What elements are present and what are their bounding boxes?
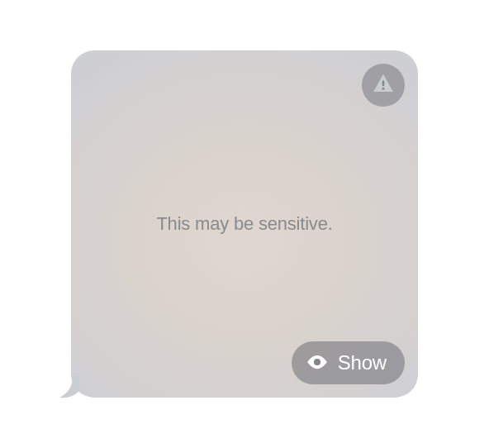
warning-icon: [371, 71, 396, 99]
sensitive-content-label: This may be sensitive.: [156, 213, 332, 235]
sensitive-content-bubble: This may be sensitive. Show: [71, 50, 418, 398]
svg-rect-0: [382, 80, 385, 86]
svg-point-2: [314, 359, 320, 365]
show-button-label: Show: [338, 351, 387, 374]
svg-point-1: [382, 88, 385, 90]
warning-badge: [362, 64, 405, 107]
message-bubble-container: This may be sensitive. Show: [71, 50, 418, 398]
show-button[interactable]: Show: [292, 341, 405, 384]
bubble-tail: [59, 376, 86, 399]
eye-icon: [305, 350, 330, 377]
